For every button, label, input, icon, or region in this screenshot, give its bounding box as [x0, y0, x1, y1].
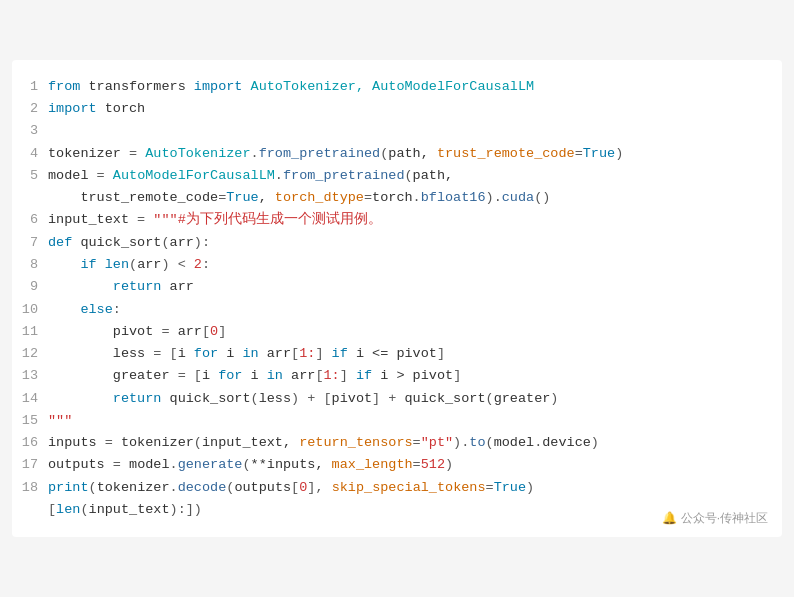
- code-line: 5model = AutoModelForCausalLM.from_pretr…: [20, 165, 770, 187]
- code-line: 3: [20, 120, 770, 142]
- line-number: 15: [20, 410, 48, 432]
- code-content: greater = [i for i in arr[1:] if i > piv…: [48, 365, 770, 387]
- code-line: 10 else:: [20, 299, 770, 321]
- code-line: 6input_text = """#为下列代码生成一个测试用例。: [20, 209, 770, 231]
- code-line: 12 less = [i for i in arr[1:] if i <= pi…: [20, 343, 770, 365]
- code-content: model = AutoModelForCausalLM.from_pretra…: [48, 165, 770, 187]
- code-content: input_text = """#为下列代码生成一个测试用例。: [48, 209, 770, 231]
- code-line: 1from transformers import AutoTokenizer,…: [20, 76, 770, 98]
- line-number: 13: [20, 365, 48, 387]
- line-number: 5: [20, 165, 48, 187]
- code-content: inputs = tokenizer(input_text, return_te…: [48, 432, 770, 454]
- code-line: 17outputs = model.generate(**inputs, max…: [20, 454, 770, 476]
- code-line: 2import torch: [20, 98, 770, 120]
- code-content: from transformers import AutoTokenizer, …: [48, 76, 770, 98]
- code-content: pivot = arr[0]: [48, 321, 770, 343]
- code-line: 4tokenizer = AutoTokenizer.from_pretrain…: [20, 143, 770, 165]
- code-line: 7def quick_sort(arr):: [20, 232, 770, 254]
- line-number: 6: [20, 209, 48, 231]
- code-content: """: [48, 410, 770, 432]
- code-content: outputs = model.generate(**inputs, max_l…: [48, 454, 770, 476]
- line-number: 3: [20, 120, 48, 142]
- code-line: 9 return arr: [20, 276, 770, 298]
- code-content: return quick_sort(less) + [pivot] + quic…: [48, 388, 770, 410]
- code-line: 14 return quick_sort(less) + [pivot] + q…: [20, 388, 770, 410]
- line-number: 4: [20, 143, 48, 165]
- code-content: return arr: [48, 276, 770, 298]
- line-number: 7: [20, 232, 48, 254]
- code-content: print(tokenizer.decode(outputs[0], skip_…: [48, 477, 770, 499]
- code-line: 16inputs = tokenizer(input_text, return_…: [20, 432, 770, 454]
- code-content: less = [i for i in arr[1:] if i <= pivot…: [48, 343, 770, 365]
- code-line: 11 pivot = arr[0]: [20, 321, 770, 343]
- line-number: 17: [20, 454, 48, 476]
- line-number: 16: [20, 432, 48, 454]
- code-line-continuation: trust_remote_code=True, torch_dtype=torc…: [20, 187, 770, 209]
- code-block: 1from transformers import AutoTokenizer,…: [12, 60, 782, 537]
- line-number: 14: [20, 388, 48, 410]
- line-number: 8: [20, 254, 48, 276]
- line-number: 11: [20, 321, 48, 343]
- line-number: 1: [20, 76, 48, 98]
- line-number: 18: [20, 477, 48, 499]
- line-number: 2: [20, 98, 48, 120]
- code-line: 13 greater = [i for i in arr[1:] if i > …: [20, 365, 770, 387]
- code-line-continuation2: [len(input_text):]): [20, 499, 770, 521]
- code-line: 8 if len(arr) < 2:: [20, 254, 770, 276]
- line-number: 10: [20, 299, 48, 321]
- code-content: tokenizer = AutoTokenizer.from_pretraine…: [48, 143, 770, 165]
- code-content: import torch: [48, 98, 770, 120]
- code-content: else:: [48, 299, 770, 321]
- code-line: 18print(tokenizer.decode(outputs[0], ski…: [20, 477, 770, 499]
- code-content: def quick_sort(arr):: [48, 232, 770, 254]
- code-content: if len(arr) < 2:: [48, 254, 770, 276]
- code-line: 15""": [20, 410, 770, 432]
- watermark: 🔔 公众号·传神社区: [662, 510, 768, 527]
- line-number: 9: [20, 276, 48, 298]
- line-number: 12: [20, 343, 48, 365]
